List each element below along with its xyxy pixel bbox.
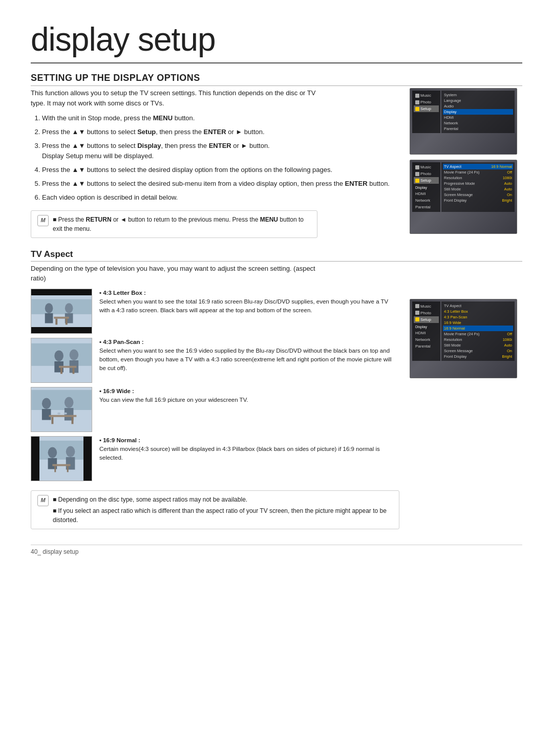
bold-enter-2: ENTER [209, 142, 231, 149]
photo-icon-2 [415, 172, 419, 176]
menu-sub-resolution-3: Resolution 1080i [443, 337, 513, 342]
svg-rect-10 [55, 318, 57, 325]
menu-row-display-active: Display [443, 109, 513, 115]
aspect-desc-panscan: • 4:3 Pan-Scan : Select when you want to… [99, 338, 399, 373]
page-title: display setup [31, 20, 522, 63]
photo-icon [415, 100, 419, 104]
aspect-item-normal: • 16:9 Normal : Certain movies(4:3 sourc… [31, 436, 399, 481]
menu-row-audio: Audio [443, 103, 513, 109]
svg-rect-11 [66, 318, 68, 325]
menu-sub-resolution: Resolution 1080i [443, 175, 513, 181]
menu-item-music-2: Music [414, 164, 439, 170]
option-panscan-val: 4:3 Pan-Scan [444, 315, 467, 319]
bold-menu-1: MENU [153, 114, 173, 122]
music-icon-3 [415, 304, 419, 308]
menu-row-language: Language [443, 98, 513, 103]
menu-item-setup-3: Setup [414, 316, 439, 323]
menu-item-music: Music [414, 92, 439, 99]
pillarbox-bar-left [31, 437, 39, 481]
aspect-label-normal: • 16:9 Normal : [99, 437, 140, 443]
menu-item-hdmi: HDMI [414, 190, 439, 197]
menu-sub-frontdisplay-3: Front Display Bright [443, 354, 513, 359]
option-wide-val: 16:9 Wide [444, 320, 461, 325]
svg-rect-22 [31, 390, 91, 409]
menu-row-network: Network [443, 120, 513, 126]
panscan-svg [31, 338, 92, 382]
svg-rect-18 [59, 365, 76, 368]
wide-svg [31, 387, 92, 431]
svg-point-23 [42, 398, 51, 409]
option-letterbox-val: 4:3 Letter Box [444, 309, 468, 314]
menu-sub-frontdisplay: Front Display Bright [443, 198, 513, 203]
aspect-image-letterbox [31, 289, 92, 334]
svg-point-16 [70, 349, 79, 360]
svg-point-5 [45, 303, 53, 313]
menu-sub-still-3: Still Mode Auto [443, 342, 513, 348]
svg-rect-19 [60, 368, 62, 374]
menu-sub-tvaspect: TV Aspect 16:9 Normal [443, 164, 513, 169]
setup-icon-2 [415, 179, 419, 183]
aspect-image-normal [31, 436, 92, 481]
bold-display: Display [137, 142, 161, 149]
letterbox-bar-top [31, 289, 92, 295]
menu-sidebar-3: Music Photo Setup Display HDMI Network P… [412, 301, 440, 361]
music-icon-2 [415, 165, 419, 169]
screen-msg-val-3: On [507, 349, 512, 353]
menu-item-parental: Parental [414, 204, 439, 210]
menu-screenshot-3: Music Photo Setup Display HDMI Network P… [410, 299, 517, 378]
svg-point-7 [65, 303, 73, 313]
pillarbox-bar-right [83, 437, 92, 481]
setup-right-screenshots: Music Photo Setup System Language Audio … [410, 88, 522, 238]
setup-intro: This function allows you to setup the TV… [31, 88, 317, 108]
bold-setup: Setup [137, 128, 156, 136]
menu-main-2: TV Aspect 16:9 Normal Movie Frame (24 Fs… [441, 162, 515, 212]
menu-item-hdmi-3: HDMI [414, 330, 439, 336]
menu-sidebar-1: Music Photo Setup [412, 91, 440, 133]
svg-rect-35 [39, 440, 83, 459]
footer-text: 40_ display setup [31, 548, 78, 555]
menu-sub-movieframe: Movie Frame (24 Fs) Off [443, 169, 513, 175]
menu-item-network: Network [414, 197, 439, 204]
svg-rect-24 [42, 409, 51, 420]
setup-step-3: Press the ▲▼ buttons to select Display, … [42, 141, 399, 162]
aspect-items: • 4:3 Letter Box : Select when you want … [31, 289, 399, 481]
setup-step-2: Press the ▲▼ buttons to select Setup, th… [42, 127, 399, 138]
menu-option-letterbox: 4:3 Letter Box [443, 309, 513, 314]
svg-rect-40 [52, 464, 70, 466]
svg-rect-20 [73, 368, 75, 374]
movie-frame-val: Off [507, 170, 512, 175]
setup-step-5: Press the ▲▼ buttons to select the desir… [42, 179, 399, 189]
tvaspect-intro: Depending on the type of television you … [31, 264, 317, 284]
aspect-desc-wide: • 16:9 Wide : You can view the full 16:9… [99, 387, 399, 405]
setup-icon [415, 107, 419, 111]
tv-aspect-layout: • 4:3 Letter Box : Select when you want … [31, 289, 522, 529]
menu-screenshot-2: Music Photo Setup Display HDMI Network P… [410, 160, 517, 234]
menu-main-3: TV Aspect 4:3 Letter Box 4:3 Pan-Scan 16… [441, 301, 515, 361]
menu-option-wide: 16:9 Wide [443, 320, 513, 326]
photo-icon-3 [415, 311, 419, 315]
svg-rect-28 [51, 417, 53, 424]
setup-step-4: Press the ▲▼ buttons to select the desir… [42, 165, 399, 176]
svg-rect-4 [31, 299, 91, 314]
svg-rect-27 [49, 415, 77, 417]
menu-item-parental-3: Parental [414, 343, 439, 350]
tvaspect-note-2: ■ If you select an aspect ratio which is… [53, 506, 393, 525]
aspect-item-panscan: • 4:3 Pan-Scan : Select when you want to… [31, 338, 399, 383]
menu-sub-movieframe-3: Movie Frame (24 Fs) Off [443, 331, 513, 337]
bold-enter-3: ENTER [345, 180, 368, 187]
note-icon: M [37, 215, 49, 226]
music-icon [415, 94, 419, 98]
menu-screenshot-1: Music Photo Setup System Language Audio … [410, 88, 517, 155]
tvaspect-notes: ■ Depending on the disc type, some aspec… [53, 495, 393, 525]
menu-row-parental: Parental [443, 126, 513, 132]
menu-item-photo-2: Photo [414, 170, 439, 177]
still-val: Auto [504, 187, 512, 191]
menu-item-display: Display [414, 185, 439, 190]
svg-point-30 [57, 412, 60, 414]
menu-option-normal: 16:9 Normal [443, 326, 513, 331]
aspect-item-letterbox: • 4:3 Letter Box : Select when you want … [31, 289, 399, 334]
svg-point-38 [66, 446, 75, 457]
setup-icon-3 [415, 317, 419, 321]
svg-point-31 [64, 412, 67, 414]
menu-item-music-3: Music [414, 303, 439, 310]
